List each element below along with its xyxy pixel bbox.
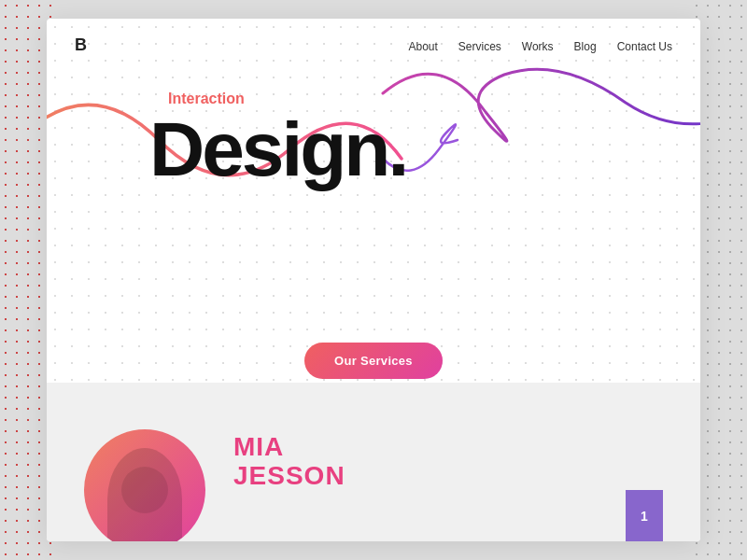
navbar: B About Services Works Blog Contact Us	[47, 19, 700, 72]
pagination-indicator[interactable]: 1	[626, 490, 663, 541]
nav-item-contact[interactable]: Contact Us	[617, 37, 672, 54]
nav-item-about[interactable]: About	[408, 37, 437, 54]
nav-link-about[interactable]: About	[408, 40, 437, 53]
nav-link-services[interactable]: Services	[458, 40, 501, 53]
hero-subtitle: Interaction	[168, 91, 672, 107]
nav-link-works[interactable]: Works	[522, 40, 554, 53]
hero-title: Design.	[149, 111, 672, 188]
nav-item-works[interactable]: Works	[522, 37, 554, 54]
nav-item-blog[interactable]: Blog	[574, 37, 597, 54]
profile-card: MIA JESSON	[47, 401, 700, 523]
main-card: B About Services Works Blog Contact Us	[47, 19, 700, 541]
outer-background: B About Services Works Blog Contact Us	[0, 0, 747, 560]
nav-links: About Services Works Blog Contact Us	[408, 37, 672, 54]
nav-link-contact[interactable]: Contact Us	[617, 40, 672, 53]
logo[interactable]: B	[75, 35, 87, 55]
profile-name: MIA JESSON	[233, 433, 345, 491]
hero-section: Interaction Design.	[47, 72, 700, 315]
nav-item-services[interactable]: Services	[458, 37, 501, 54]
nav-link-blog[interactable]: Blog	[574, 40, 597, 53]
cta-button[interactable]: Our Services	[304, 343, 443, 379]
bottom-profile-section: MIA JESSON 1	[47, 383, 700, 541]
avatar	[84, 429, 205, 541]
